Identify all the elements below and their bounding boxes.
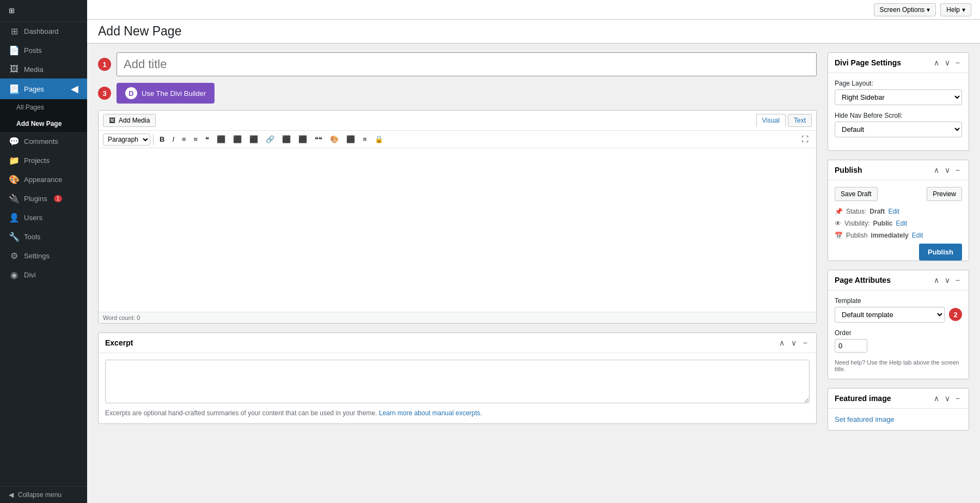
status-edit-link[interactable]: Edit xyxy=(888,208,899,215)
align-justify-button[interactable]: ≡ xyxy=(359,133,370,146)
paste-button[interactable]: ⬛ xyxy=(343,133,358,146)
align-center-button[interactable]: ⬛ xyxy=(230,133,245,146)
page-attr-up[interactable]: ∧ xyxy=(932,275,941,286)
publish-minimize[interactable]: − xyxy=(953,165,962,175)
align-right-button[interactable]: ⬛ xyxy=(246,133,261,146)
editor-body[interactable] xyxy=(99,148,816,312)
divi-settings-minimize[interactable]: − xyxy=(953,57,962,68)
publish-up[interactable]: ∧ xyxy=(932,165,941,175)
insert-more-button[interactable]: ⬛ xyxy=(295,133,310,146)
divi-settings-down[interactable]: ∨ xyxy=(942,57,952,68)
publish-button[interactable]: Publish xyxy=(919,244,962,260)
publish-time-edit-link[interactable]: Edit xyxy=(912,232,923,239)
sidebar-item-projects[interactable]: 📁 Projects xyxy=(0,151,87,170)
special-chars-button[interactable]: ❝❝ xyxy=(311,133,326,146)
blockquote-button[interactable]: ❝ xyxy=(202,133,212,146)
sidebar-item-users[interactable]: 👤 Users xyxy=(0,208,87,227)
step2-badge: 2 xyxy=(949,308,962,321)
template-field: Template Default template Full Width xyxy=(835,297,945,323)
site-brand[interactable]: ⊞ xyxy=(0,0,87,22)
sidebar-item-label: Comments xyxy=(24,137,58,146)
unordered-list-button[interactable]: ≡ xyxy=(179,133,189,146)
divi-settings-up[interactable]: ∧ xyxy=(932,57,941,68)
publish-controls: ∧ ∨ − xyxy=(932,165,962,175)
featured-img-up[interactable]: ∧ xyxy=(932,393,941,404)
sidebar-item-pages[interactable]: 📃 Pages ◀ xyxy=(0,78,87,99)
screen-options-button[interactable]: Screen Options ▾ xyxy=(874,3,936,16)
learn-more-excerpts-link[interactable]: Learn more about manual excerpts xyxy=(379,409,480,417)
preview-button[interactable]: Preview xyxy=(927,187,962,201)
publish-visibility-row: 👁 Visibility: Public Edit xyxy=(835,220,962,227)
paragraph-select[interactable]: Paragraph Heading 1 Heading 2 Heading 3 xyxy=(103,134,150,146)
collapse-menu[interactable]: ◀ Collapse menu xyxy=(0,486,87,503)
page-title-input[interactable] xyxy=(117,52,817,76)
pages-icon: 📃 xyxy=(9,84,20,94)
sidebar-item-dashboard[interactable]: ⊞ Dashboard xyxy=(0,22,87,41)
sidebar-item-plugins[interactable]: 🔌 Plugins 1 xyxy=(0,189,87,208)
page-attr-down[interactable]: ∨ xyxy=(942,275,952,286)
italic-button[interactable]: I xyxy=(169,133,177,146)
template-select[interactable]: Default template Full Width xyxy=(835,307,945,323)
excerpt-panel: Excerpt ∧ ∨ − Excerpts are optional hand… xyxy=(98,332,817,424)
pin-icon: 📌 xyxy=(835,208,843,215)
divi-builder-label: Use The Divi Builder xyxy=(142,89,206,98)
featured-img-down[interactable]: ∨ xyxy=(942,393,952,404)
topbar: Screen Options ▾ Help ▾ xyxy=(87,0,980,20)
sidebar-item-label: Dashboard xyxy=(24,27,59,35)
screen-options-label: Screen Options xyxy=(880,6,925,14)
sidebar-item-comments[interactable]: 💬 Comments xyxy=(0,132,87,151)
excerpt-panel-header: Excerpt ∧ ∨ − xyxy=(99,333,816,353)
sidebar-item-media[interactable]: 🖼 Media xyxy=(0,60,87,78)
link-button[interactable]: 🔗 xyxy=(262,133,278,146)
excerpt-title: Excerpt xyxy=(105,338,133,347)
collapse-icon: ◀ xyxy=(9,491,14,499)
sidebar-item-add-new-page[interactable]: Add New Page xyxy=(0,116,87,132)
featured-img-minimize[interactable]: − xyxy=(953,393,962,404)
all-pages-label: All Pages xyxy=(16,104,44,111)
align-left-button[interactable]: ⬛ xyxy=(213,133,229,146)
divi-settings-body: Page Layout: Right Sidebar Left Sidebar … xyxy=(828,73,969,150)
sidebar-item-appearance[interactable]: 🎨 Appearance xyxy=(0,170,87,189)
excerpt-collapse-up[interactable]: ∧ xyxy=(777,337,787,348)
settings-icon: ⚙ xyxy=(9,251,20,261)
use-divi-builder-button[interactable]: D Use The Divi Builder xyxy=(117,83,215,104)
visual-tab[interactable]: Visual xyxy=(756,114,786,127)
sidebar-item-posts[interactable]: 📄 Posts xyxy=(0,41,87,60)
color-button[interactable]: 🎨 xyxy=(327,133,342,146)
excerpt-collapse-down[interactable]: ∨ xyxy=(789,337,799,348)
sidebar-item-divi[interactable]: ◉ Divi xyxy=(0,265,87,284)
ordered-list-button[interactable]: ≡ xyxy=(191,133,201,146)
excerpt-minimize[interactable]: − xyxy=(801,337,810,348)
order-input[interactable] xyxy=(835,339,867,353)
help-text: Need help? Use the Help tab above the sc… xyxy=(835,359,962,372)
insert-table-button[interactable]: ⬛ xyxy=(279,133,294,146)
bold-button[interactable]: B xyxy=(156,133,168,146)
set-featured-image-link[interactable]: Set featured image xyxy=(835,415,895,423)
sidebar-item-tools[interactable]: 🔧 Tools xyxy=(0,227,87,246)
plugins-icon: 🔌 xyxy=(9,193,20,204)
page-attr-minimize[interactable]: − xyxy=(953,275,962,286)
lock-button[interactable]: 🔒 xyxy=(371,133,387,146)
sidebar-item-all-pages[interactable]: All Pages xyxy=(0,99,87,116)
help-chevron: ▾ xyxy=(962,6,965,14)
visibility-edit-link[interactable]: Edit xyxy=(896,220,907,227)
page-layout-select[interactable]: Right Sidebar Left Sidebar Full Width Fu… xyxy=(835,89,962,105)
sidebar-item-settings[interactable]: ⚙ Settings xyxy=(0,246,87,265)
excerpt-textarea[interactable] xyxy=(105,360,810,403)
sidebar-item-label: Divi xyxy=(24,271,36,279)
save-draft-button[interactable]: Save Draft xyxy=(835,187,878,201)
sidebar-item-label: Plugins xyxy=(24,195,47,203)
content-area: 1 3 D Use The Divi Builder 🖼 Add Media xyxy=(87,44,980,503)
publish-time-row: 📅 Publish immediately Edit xyxy=(835,232,962,239)
collapse-label: Collapse menu xyxy=(18,491,62,499)
publish-down[interactable]: ∨ xyxy=(942,165,952,175)
sidebar-item-label: Media xyxy=(24,65,43,74)
help-button[interactable]: Help ▾ xyxy=(940,3,971,16)
hide-nav-select[interactable]: Default Hide Show xyxy=(835,122,962,137)
add-media-button[interactable]: 🖼 Add Media xyxy=(103,114,156,127)
page-attributes-title: Page Attributes xyxy=(835,276,891,284)
add-new-page-label: Add New Page xyxy=(16,120,62,128)
text-tab[interactable]: Text xyxy=(788,114,812,127)
excerpt-note: Excerpts are optional hand-crafted summa… xyxy=(105,409,810,417)
fullscreen-button[interactable]: ⛶ xyxy=(798,133,812,146)
